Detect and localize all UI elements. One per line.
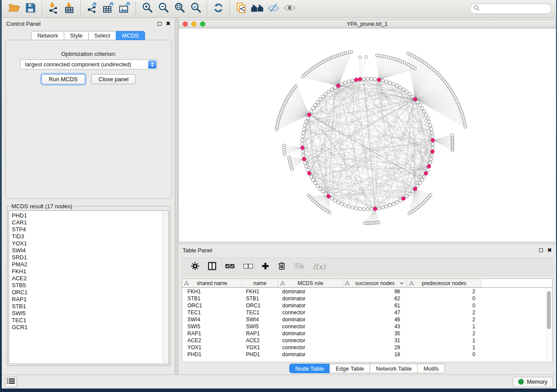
zoom-fit-button[interactable] xyxy=(171,2,187,16)
save-session-button[interactable] xyxy=(22,2,38,16)
close-panel-icon[interactable]: ✖ xyxy=(166,21,170,26)
mcds-result-item[interactable]: SWI5 xyxy=(12,310,168,317)
column-header-predecessor-nodes[interactable]: predecessor nodes xyxy=(407,279,481,287)
close-panel-button[interactable]: Close panel xyxy=(91,74,136,84)
zoom-selected-button[interactable] xyxy=(187,2,204,16)
table-cell: ORC1 xyxy=(242,303,278,309)
export-network-icon xyxy=(86,2,98,15)
table-cell: 61 xyxy=(343,303,407,309)
splitter-handle[interactable] xyxy=(176,198,177,206)
table-row-phd1[interactable]: PHD1PHD1dominator180 xyxy=(182,351,552,358)
tab-network[interactable]: Network xyxy=(31,31,64,40)
search-input[interactable] xyxy=(482,6,543,12)
import-table-button[interactable] xyxy=(61,2,77,16)
clone-network-button[interactable] xyxy=(233,2,249,16)
open-file-button[interactable] xyxy=(6,2,22,16)
mcds-result-item[interactable]: ORC1 xyxy=(12,289,168,296)
mcds-result-item[interactable]: YOX1 xyxy=(12,240,168,247)
table-tab-edge-table[interactable]: Edge Table xyxy=(329,364,370,373)
tab-select[interactable]: Select xyxy=(88,31,116,40)
delete-columns-button[interactable] xyxy=(278,261,286,272)
toolbar-separator xyxy=(80,2,81,16)
zoom-in-button[interactable] xyxy=(139,2,155,16)
splitter-handle[interactable] xyxy=(366,242,374,244)
float-panel-icon[interactable] xyxy=(158,22,162,26)
mcds-result-item[interactable]: CAR1 xyxy=(12,219,168,226)
table-row-stb1[interactable]: STB1STB1dominator620 xyxy=(182,295,552,302)
tab-style[interactable]: Style xyxy=(64,31,89,40)
memory-button[interactable]: Memory xyxy=(512,377,553,387)
mcds-result-item[interactable]: SWI4 xyxy=(12,247,168,254)
export-image-button[interactable] xyxy=(116,2,132,16)
create-column-button[interactable] xyxy=(262,262,269,272)
float-panel-icon[interactable] xyxy=(539,248,543,252)
network-canvas[interactable] xyxy=(178,28,556,241)
table-tab-motifs[interactable]: Motifs xyxy=(417,364,445,373)
mcds-list-scrollbar[interactable] xyxy=(162,211,168,363)
mcds-result-item[interactable]: TEC1 xyxy=(12,317,168,324)
mcds-result-item[interactable]: FKH1 xyxy=(12,268,168,275)
first-neighbors-button[interactable] xyxy=(249,2,265,16)
import-table-icon xyxy=(64,2,75,15)
mcds-result-item[interactable]: SRD1 xyxy=(12,254,168,261)
mcds-result-item[interactable]: GCR1 xyxy=(12,324,168,331)
import-network-button[interactable] xyxy=(45,2,61,16)
network-graph[interactable] xyxy=(179,28,556,241)
export-table-icon xyxy=(102,2,114,15)
table-tab-network-table[interactable]: Network Table xyxy=(370,364,418,373)
hide-selected-button[interactable] xyxy=(265,2,281,16)
tab-mcds[interactable]: MCDS xyxy=(116,31,145,40)
zoom-out-button[interactable] xyxy=(155,2,171,16)
show-column-panel-button[interactable] xyxy=(208,262,216,272)
tree-icon xyxy=(345,281,349,285)
table-row-swi4[interactable]: SWI4SWI4dominator462 xyxy=(182,316,552,323)
mcds-result-item[interactable]: PMA2 xyxy=(12,261,168,268)
mcds-result-item[interactable]: PHD1 xyxy=(12,212,168,219)
export-table-button[interactable] xyxy=(100,2,116,16)
table-scrollbar-track[interactable] xyxy=(546,288,552,361)
network-titlebar[interactable]: YPA_prune.txt_1 xyxy=(178,20,556,28)
column-header-shared-name[interactable]: shared name xyxy=(182,279,242,287)
column-header-successor-nodes[interactable]: successor nodes xyxy=(343,279,407,287)
table-row-tec1[interactable]: TEC1TEC1connector472 xyxy=(182,309,552,316)
select-all-columns-button[interactable] xyxy=(225,263,235,271)
table-settings-button[interactable] xyxy=(191,262,199,272)
unselect-all-columns-button[interactable] xyxy=(243,263,253,271)
task-history-button[interactable] xyxy=(5,377,17,387)
table-row-swi5[interactable]: SWI5SWI5connector431 xyxy=(182,323,552,330)
table-row-rap1[interactable]: RAP1RAP1dominator352 xyxy=(182,330,552,337)
column-header-name[interactable]: name xyxy=(242,279,278,287)
mcds-result-item[interactable]: STB1 xyxy=(12,303,168,310)
refresh-view-button[interactable] xyxy=(210,2,226,16)
table-header-row: shared namenameMCDS rolesuccessor nodesp… xyxy=(182,279,552,288)
table-row-orc1[interactable]: ORC1ORC1dominator610 xyxy=(182,302,552,309)
mcds-result-item[interactable]: TID3 xyxy=(12,233,168,240)
show-all-button[interactable] xyxy=(281,2,298,16)
horizontal-splitter[interactable] xyxy=(178,241,556,244)
table-scrollbar-thumb[interactable] xyxy=(547,291,551,329)
column-header-mcds-role[interactable]: MCDS role xyxy=(278,279,343,287)
mcds-result-item[interactable]: STP4 xyxy=(12,226,168,233)
mcds-result-item[interactable]: ACE2 xyxy=(12,275,168,282)
run-mcds-button[interactable]: Run MCDS xyxy=(42,74,85,84)
table-row-fkh1[interactable]: FKH1FKH1dominator962 xyxy=(182,288,552,295)
toolbar-separator xyxy=(207,2,207,16)
mcds-result-item[interactable]: STB5 xyxy=(12,282,168,289)
table-tab-node-table[interactable]: Node Table xyxy=(289,364,330,373)
mcds-result-item[interactable]: RAP1 xyxy=(12,296,168,303)
table-cell: 43 xyxy=(343,323,407,330)
column-label: predecessor nodes xyxy=(422,280,466,286)
export-network-button[interactable] xyxy=(84,2,100,16)
table-panel-tabs: Node TableEdge TableNetwork TableMotifs xyxy=(178,364,556,373)
refresh-icon xyxy=(213,2,224,15)
vertical-splitter[interactable] xyxy=(175,18,178,375)
table-cell: FKH1 xyxy=(242,289,278,295)
mcds-result-list[interactable]: PHD1CAR1STP4TID3YOX1SWI4SRD1PMA2FKH1ACE2… xyxy=(9,210,169,364)
table-row-yox1[interactable]: YOX1YOX1connector291 xyxy=(182,344,552,351)
close-panel-icon[interactable]: ✖ xyxy=(547,248,552,253)
table-row-ace2[interactable]: ACE2ACE2connector311 xyxy=(182,337,552,344)
criterion-dropdown[interactable]: largest connected component (undirected) xyxy=(20,59,157,69)
gear-icon xyxy=(191,262,199,272)
table-cell: 1 xyxy=(407,344,481,351)
mcds-result-box: MCDS result (17 nodes) PHD1CAR1STP4TID3Y… xyxy=(7,203,170,366)
